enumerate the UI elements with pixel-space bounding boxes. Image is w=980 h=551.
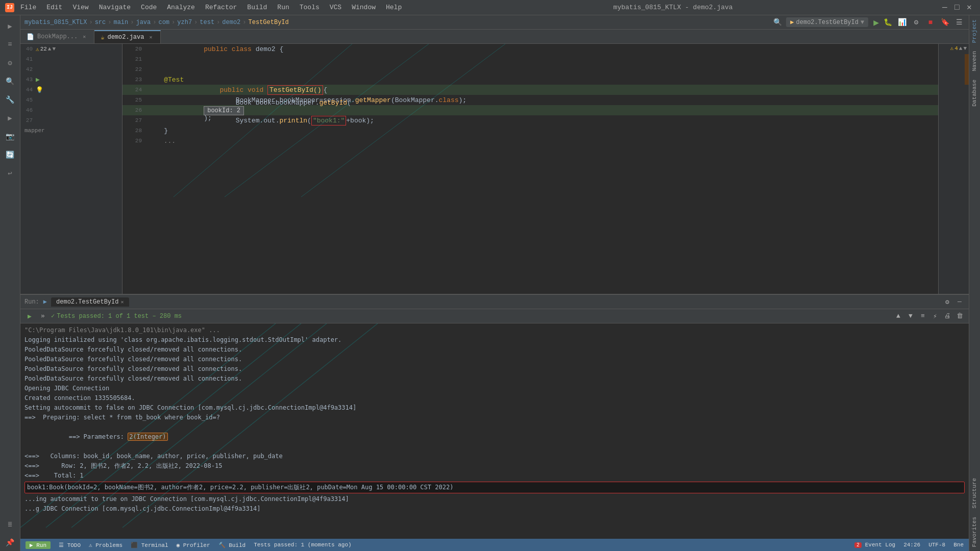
sidebar-icon-gear[interactable]: ⚙ [2, 54, 19, 71]
bookmark-button[interactable]: 🔖 [939, 17, 950, 28]
menu-view[interactable]: View [70, 3, 90, 12]
sidebar-icon-list[interactable]: ≡ [2, 36, 19, 53]
main-layout: ▶ ≡ ⚙ 🔍 🔧 ▶ 📷 🔄 ↩ ≣ 📌 mybatis_0815_KTLX … [0, 15, 980, 551]
maximize-button[interactable]: □ [954, 4, 963, 12]
debug-button[interactable]: 🐛 [882, 17, 893, 28]
breadcrumb-test[interactable]: test [200, 19, 214, 26]
build-button[interactable]: 🔨 Build [218, 542, 246, 548]
status-bar-left: ▶ Run ☰ TODO ⚠ Problems ⬛ Terminal ◉ Pro… [26, 541, 352, 549]
menu-tools[interactable]: Tools [298, 3, 322, 12]
expand-icon[interactable]: » [38, 311, 48, 321]
console-output[interactable]: "C:\Program Files\Java\jdk1.8.0_101\bin\… [20, 323, 969, 539]
code-line-20: 20 public class demo2 { [122, 44, 938, 54]
right-label-database[interactable]: Database [969, 76, 980, 111]
menu-run[interactable]: Run [275, 3, 291, 12]
breadcrumb-main[interactable]: main [113, 19, 128, 26]
code-line-28: 28 } [122, 126, 938, 136]
sidebar-icon-reload[interactable]: 🔄 [2, 146, 19, 163]
coverage-button[interactable]: 📊 [896, 17, 908, 28]
close-button[interactable]: ✕ [967, 4, 975, 12]
param-highlight: 2(Integer) [128, 433, 167, 441]
todo-button[interactable]: ☰ TODO [59, 542, 81, 548]
menu-build[interactable]: Build [245, 3, 269, 12]
scroll-thumb[interactable] [965, 54, 969, 85]
arrow-up-icon[interactable]: ▲ [48, 46, 52, 52]
breadcrumb-src[interactable]: src [95, 19, 106, 26]
sidebar-icon-play[interactable]: ▶ [2, 109, 19, 127]
right-label-project[interactable]: Project [969, 15, 980, 47]
console-line-9: ==> Preparing: select * from tb_book whe… [24, 413, 965, 422]
right-label-naveen[interactable]: Naveen [969, 47, 980, 76]
menu-vcs[interactable]: VCS [328, 3, 344, 12]
run-button[interactable]: ▶ [873, 17, 879, 28]
gutter-row-40: 40 ⚠ 22 ▲ ▼ [20, 44, 122, 54]
sidebar-icon-run[interactable]: ▶ [2, 17, 19, 35]
run-status-button[interactable]: ▶ Run [26, 541, 51, 549]
delete-button[interactable]: 🗑 [954, 311, 965, 321]
menu-help[interactable]: Help [384, 3, 404, 12]
run-tab-close-icon[interactable]: ✕ [120, 299, 124, 305]
minimize-button[interactable]: — [942, 4, 950, 12]
breadcrumb-class[interactable]: TestGetById [249, 19, 289, 26]
sidebar-icon-search[interactable]: 🔍 [2, 72, 19, 90]
layout-button[interactable]: ☰ [953, 17, 965, 28]
tab-icon-demo2: ☕ [101, 34, 104, 41]
filter-button[interactable]: ⚡ [930, 311, 940, 321]
error-badge: 2 Event Log [854, 542, 895, 548]
run-panel-settings[interactable]: ⚙ [942, 297, 952, 307]
code-editor-area: 40 ⚠ 22 ▲ ▼ 41 42 [20, 44, 969, 294]
menu-window[interactable]: Window [350, 3, 378, 12]
warning-down[interactable]: ▼ [963, 45, 967, 52]
format-button[interactable]: ≡ [918, 311, 928, 321]
warning-up[interactable]: ▲ [959, 45, 963, 52]
right-label-structure[interactable]: Structure [969, 474, 980, 512]
profiler-button[interactable]: ◉ Profiler [177, 542, 210, 548]
run-panel-minimize[interactable]: — [954, 297, 965, 307]
problems-button[interactable]: ⚠ Problems [89, 542, 122, 548]
warning-count: 4 [954, 45, 958, 52]
settings-button[interactable]: ⚙ [911, 17, 922, 28]
menu-analyze[interactable]: Analyze [165, 3, 197, 12]
run-gutter-icon[interactable]: ▶ [36, 76, 40, 84]
run-toolbar-right: ▲ ▼ ≡ ⚡ 🖨 🗑 [893, 311, 965, 321]
event-log-link[interactable]: Event Log [865, 542, 895, 548]
stop-button[interactable]: ■ [925, 17, 936, 28]
tab-close-bookmapper[interactable]: ✕ [81, 33, 88, 40]
tab-bookmapper[interactable]: 📄 BookMapp... ✕ [20, 30, 94, 43]
code-editor[interactable]: 20 public class demo2 { 21 22 [122, 44, 938, 294]
test-passed-indicator: ✓ Tests passed: 1 of 1 test – 280 ms [51, 312, 182, 320]
code-line-21: 21 [122, 54, 938, 64]
breadcrumb-java[interactable]: java [136, 19, 151, 26]
tab-close-demo2[interactable]: ✕ [147, 34, 154, 41]
lightbulb-icon[interactable]: 💡 [36, 86, 43, 94]
sidebar-icon-camera[interactable]: 📷 [2, 128, 19, 145]
arrow-down-icon[interactable]: ▼ [52, 46, 56, 52]
rerun-button[interactable]: ▶ [24, 311, 35, 321]
print-button[interactable]: 🖨 [942, 311, 952, 321]
menu-navigate[interactable]: Navigate [97, 3, 133, 12]
run-tab-active[interactable]: demo2.TestGetById ✕ [51, 297, 129, 307]
terminal-button[interactable]: ⬛ Terminal [131, 542, 168, 548]
warning-badge: ⚠ [950, 45, 954, 52]
console-line-7: Created connection 1335505684. [24, 393, 965, 403]
right-label-favorites[interactable]: Favorites [969, 513, 980, 551]
run-config-selector[interactable]: ▶ demo2.TestGetById ▼ [786, 17, 868, 27]
scroll-up-button[interactable]: ▲ [893, 311, 903, 321]
menu-file[interactable]: File [18, 3, 38, 12]
editor-gutter: 40 ⚠ 22 ▲ ▼ 41 42 [20, 44, 122, 294]
window-controls: — □ ✕ [942, 4, 975, 12]
breadcrumb-project[interactable]: mybatis_0815_KTLX [24, 19, 87, 26]
sidebar-icon-back[interactable]: ↩ [2, 164, 19, 182]
menu-refactor[interactable]: Refactor [203, 3, 239, 12]
breadcrumb-yzh7[interactable]: yzh7 [177, 19, 192, 26]
scroll-down-button[interactable]: ▼ [905, 311, 916, 321]
menu-edit[interactable]: Edit [44, 3, 64, 12]
tab-demo2[interactable]: ☕ demo2.java ✕ [94, 30, 161, 43]
search-button[interactable]: 🔍 [772, 17, 783, 28]
breadcrumb-com[interactable]: com [158, 19, 169, 26]
sidebar-icon-tool[interactable]: 🔧 [2, 91, 19, 108]
sidebar-icon-pin[interactable]: 📌 [2, 534, 19, 551]
breadcrumb-demo2[interactable]: demo2 [222, 19, 240, 26]
sidebar-icon-structure[interactable]: ≣ [2, 515, 19, 533]
menu-code[interactable]: Code [139, 3, 159, 12]
